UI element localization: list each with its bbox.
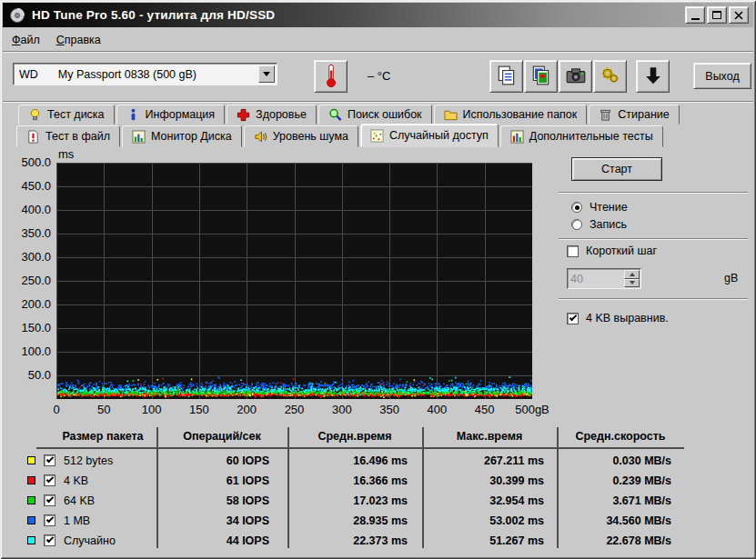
series-color-swatch: [27, 476, 35, 484]
tab-label: Тест в файл: [45, 130, 110, 143]
tab-folder-usage[interactable]: Использование папок: [434, 105, 588, 125]
chevron-up-icon: [630, 273, 635, 276]
copy-report-button[interactable]: [489, 60, 523, 93]
short-stride-checkbox[interactable]: Короткий шаг: [567, 245, 657, 257]
checkbox-icon: [567, 245, 579, 257]
minimize-icon: [691, 18, 700, 20]
chevron-down-icon: [263, 72, 270, 76]
drive-selector[interactable]: WD My Passport 0838 (500 gB): [13, 63, 277, 85]
menu-help[interactable]: Справка: [48, 31, 109, 49]
packet-size-label: 64 KB: [64, 494, 95, 507]
bulb-icon: [28, 108, 42, 122]
stride-down-button[interactable]: [624, 279, 640, 288]
short-stride-label: Короткий шаг: [586, 245, 657, 257]
align-4kb-label: 4 KB выравнив.: [586, 312, 669, 324]
series-color-swatch: [27, 536, 35, 544]
table-row: Случайно44 IOPS22.373 ms51.267 ms22.678 …: [25, 532, 684, 550]
tab-noise-level[interactable]: Уровень шума: [244, 125, 358, 147]
avg-speed-value: 22.678 MB/s: [553, 534, 671, 547]
iops-value: 61 IOPS: [116, 474, 269, 487]
read-mode-radio[interactable]: Чтение: [571, 201, 628, 214]
tab-label: Тест диска: [47, 108, 105, 121]
series-visible-checkbox[interactable]: [44, 474, 55, 486]
save-results-button[interactable]: [636, 60, 670, 93]
tab-label: Уровень шума: [273, 130, 348, 143]
tab-row-1: Тест дискаИнформацияЗдоровьеПоиск ошибок…: [18, 105, 681, 125]
y-tick-label: 150.0: [0, 321, 51, 335]
series-visible-checkbox[interactable]: [44, 534, 55, 546]
random-access-scatter-plot: [56, 163, 532, 399]
extra-chart-icon: [510, 130, 524, 144]
series-color-swatch: [27, 516, 35, 524]
tab-label: Дополнительные тесты: [529, 130, 653, 143]
tab-health[interactable]: Здоровье: [227, 105, 317, 125]
menu-file[interactable]: Файл: [4, 31, 48, 49]
separator: [559, 298, 748, 300]
app-icon: [9, 7, 25, 24]
iops-value: 34 IOPS: [116, 514, 269, 527]
maximize-button[interactable]: [707, 6, 727, 24]
temperature-button[interactable]: [314, 60, 348, 93]
series-color-swatch: [27, 496, 35, 504]
info-icon: [126, 108, 140, 122]
down-arrow-icon: [642, 65, 664, 89]
packet-size-label: Случайно: [64, 534, 116, 547]
copy-image-button[interactable]: [524, 60, 558, 93]
table-row: 1 MB34 IOPS28.935 ms53.002 ms34.560 MB/s: [25, 512, 684, 530]
packet-size-label: 512 bytes: [64, 454, 113, 467]
series-visible-checkbox[interactable]: [44, 454, 55, 466]
menu-bar: ФайлСправка: [4, 29, 750, 50]
tab-erase[interactable]: Стирание: [589, 105, 679, 125]
align-4kb-checkbox[interactable]: 4 KB выравнив.: [567, 312, 669, 324]
tab-row-2: Тест в файлМонитор ДискаУровень шумаСлуч…: [16, 125, 665, 147]
temperature-value: – °C: [368, 69, 390, 83]
write-mode-radio[interactable]: Запись: [571, 218, 627, 231]
separator: [559, 238, 748, 240]
stride-unit-label: gB: [724, 272, 738, 284]
tab-random-access[interactable]: Случайный доступ: [360, 124, 499, 147]
tab-extra-tests[interactable]: Дополнительные тесты: [500, 125, 663, 147]
hd-tune-window: HD Tune Pro 5.60 - утилита для HD/SSD Фа…: [0, 0, 756, 559]
tab-information[interactable]: Информация: [116, 105, 226, 125]
iops-value: 58 IOPS: [116, 494, 269, 507]
magnifier-icon: [328, 108, 342, 122]
tab-error-scan[interactable]: Поиск ошибок: [318, 105, 432, 125]
series-visible-checkbox[interactable]: [44, 494, 55, 506]
copy-image-icon: [530, 65, 552, 89]
maximize-icon: [712, 11, 721, 19]
start-button[interactable]: Старт: [571, 157, 662, 181]
health-cross-icon: [237, 108, 250, 122]
file-exclaim-icon: [26, 130, 40, 144]
avg-time-value: 16.366 ms: [289, 474, 408, 487]
copy-text-icon: [496, 65, 518, 89]
tab-label: Использование папок: [463, 108, 578, 121]
results-table: 512 bytes60 IOPS16.496 ms267.211 ms0.030…: [25, 449, 684, 551]
stride-input[interactable]: [570, 271, 618, 286]
drive-selector-dropdown-button[interactable]: [258, 65, 275, 83]
y-tick-label: 350.0: [0, 226, 51, 241]
y-tick-label: 100.0: [0, 344, 51, 359]
exit-button[interactable]: Выход: [693, 63, 751, 89]
bar-chart-icon: [132, 130, 146, 144]
screenshot-button[interactable]: [559, 60, 592, 93]
y-tick-label: 450.0: [0, 179, 51, 194]
tab-disk-monitor[interactable]: Монитор Диска: [122, 125, 242, 147]
stride-up-button[interactable]: [624, 270, 640, 279]
checkbox-icon: [567, 313, 579, 324]
title-bar[interactable]: HD Tune Pro 5.60 - утилита для HD/SSD: [3, 3, 753, 27]
x-tick-label: 500gB: [503, 403, 561, 416]
scatter-icon: [370, 129, 384, 143]
table-row: 4 KB61 IOPS16.366 ms30.399 ms0.239 MB/s: [25, 472, 684, 490]
max-time-value: 32.954 ms: [426, 494, 544, 507]
y-tick-label: 200.0: [0, 297, 51, 312]
close-button[interactable]: [729, 6, 749, 24]
avg-time-value: 17.023 ms: [289, 494, 408, 507]
minimize-button[interactable]: [685, 6, 705, 24]
options-button[interactable]: [593, 60, 627, 93]
tab-file-benchmark[interactable]: Тест в файл: [16, 125, 120, 147]
camera-icon: [565, 65, 587, 89]
series-visible-checkbox[interactable]: [44, 514, 55, 526]
tab-disk-test[interactable]: Тест диска: [18, 105, 115, 125]
col-header-avg-speed: Средн.скорость: [552, 430, 689, 443]
y-tick-label: 250.0: [0, 274, 51, 288]
